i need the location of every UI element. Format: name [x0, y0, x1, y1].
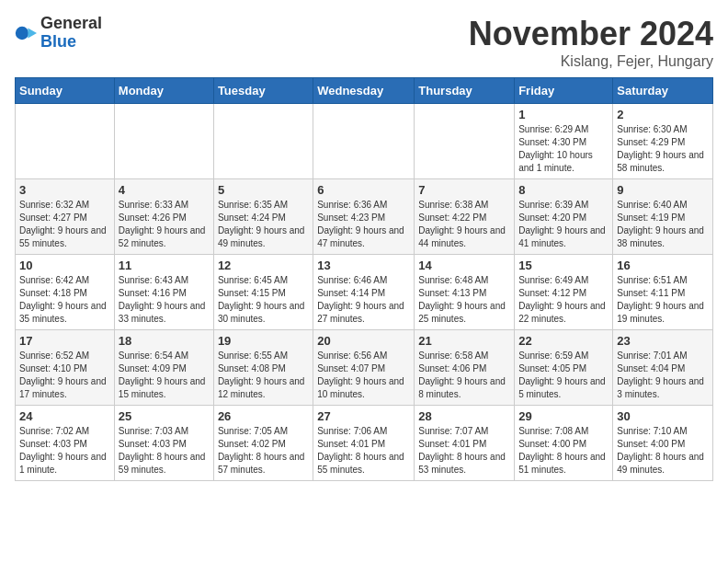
day-number: 18 [119, 334, 210, 348]
day-number: 23 [617, 334, 709, 348]
weekday-header-sunday: Sunday [16, 78, 115, 104]
day-info: Sunrise: 6:36 AM Sunset: 4:23 PM Dayligh… [317, 199, 410, 250]
calendar-week-5: 24Sunrise: 7:02 AM Sunset: 4:03 PM Dayli… [16, 406, 713, 481]
day-number: 16 [617, 259, 709, 272]
day-info: Sunrise: 7:07 AM Sunset: 4:01 PM Dayligh… [418, 425, 510, 477]
day-info: Sunrise: 6:40 AM Sunset: 4:19 PM Dayligh… [617, 199, 709, 250]
calendar-cell: 4Sunrise: 6:33 AM Sunset: 4:26 PM Daylig… [114, 179, 213, 255]
calendar-cell: 6Sunrise: 6:36 AM Sunset: 4:23 PM Daylig… [313, 179, 415, 255]
day-info: Sunrise: 6:54 AM Sunset: 4:09 PM Dayligh… [119, 350, 210, 401]
calendar-cell [114, 104, 213, 179]
calendar-cell: 3Sunrise: 6:32 AM Sunset: 4:27 PM Daylig… [16, 179, 115, 255]
day-number: 30 [617, 409, 709, 423]
calendar-cell: 13Sunrise: 6:46 AM Sunset: 4:14 PM Dayli… [313, 255, 415, 330]
day-info: Sunrise: 6:59 AM Sunset: 4:05 PM Dayligh… [518, 350, 609, 401]
day-number: 6 [317, 183, 410, 197]
calendar-week-3: 10Sunrise: 6:42 AM Sunset: 4:18 PM Dayli… [16, 255, 713, 330]
day-number: 13 [317, 259, 410, 272]
page-header: General Blue November 2024 Kislang, Feje… [15, 15, 713, 70]
calendar-cell: 25Sunrise: 7:03 AM Sunset: 4:03 PM Dayli… [114, 406, 213, 481]
calendar-cell: 24Sunrise: 7:02 AM Sunset: 4:03 PM Dayli… [16, 406, 115, 481]
day-number: 27 [317, 409, 410, 423]
day-info: Sunrise: 6:32 AM Sunset: 4:27 PM Dayligh… [19, 199, 110, 250]
calendar-cell [415, 104, 515, 179]
day-number: 21 [418, 334, 510, 348]
logo-blue: Blue [40, 33, 102, 52]
day-number: 12 [218, 259, 309, 272]
logo: General Blue [15, 15, 102, 52]
calendar-table: SundayMondayTuesdayWednesdayThursdayFrid… [15, 77, 713, 481]
day-number: 10 [19, 259, 110, 272]
day-number: 8 [518, 183, 609, 197]
day-number: 9 [617, 183, 709, 197]
day-info: Sunrise: 6:46 AM Sunset: 4:14 PM Dayligh… [317, 274, 410, 326]
calendar-cell: 12Sunrise: 6:45 AM Sunset: 4:15 PM Dayli… [213, 255, 313, 330]
day-info: Sunrise: 6:38 AM Sunset: 4:22 PM Dayligh… [418, 199, 510, 250]
day-info: Sunrise: 6:58 AM Sunset: 4:06 PM Dayligh… [418, 350, 510, 401]
calendar-header: SundayMondayTuesdayWednesdayThursdayFrid… [16, 78, 713, 104]
day-number: 14 [418, 259, 510, 272]
day-info: Sunrise: 7:08 AM Sunset: 4:00 PM Dayligh… [518, 425, 609, 477]
calendar-cell: 7Sunrise: 6:38 AM Sunset: 4:22 PM Daylig… [415, 179, 515, 255]
day-number: 1 [518, 108, 609, 121]
day-number: 19 [218, 334, 309, 348]
weekday-header-friday: Friday [515, 78, 613, 104]
calendar-cell: 11Sunrise: 6:43 AM Sunset: 4:16 PM Dayli… [114, 255, 213, 330]
calendar-week-4: 17Sunrise: 6:52 AM Sunset: 4:10 PM Dayli… [16, 330, 713, 406]
month-title: November 2024 [469, 15, 713, 53]
day-number: 26 [218, 409, 309, 423]
logo-general: General [40, 15, 102, 33]
logo-text: General Blue [40, 15, 102, 52]
day-number: 20 [317, 334, 410, 348]
day-info: Sunrise: 6:33 AM Sunset: 4:26 PM Dayligh… [119, 199, 210, 250]
calendar-cell: 18Sunrise: 6:54 AM Sunset: 4:09 PM Dayli… [114, 330, 213, 406]
calendar-cell: 20Sunrise: 6:56 AM Sunset: 4:07 PM Dayli… [313, 330, 415, 406]
day-info: Sunrise: 7:10 AM Sunset: 4:00 PM Dayligh… [617, 425, 709, 477]
calendar-cell: 23Sunrise: 7:01 AM Sunset: 4:04 PM Dayli… [613, 330, 713, 406]
svg-point-0 [16, 27, 28, 40]
calendar-cell: 2Sunrise: 6:30 AM Sunset: 4:29 PM Daylig… [613, 104, 713, 179]
calendar-cell: 10Sunrise: 6:42 AM Sunset: 4:18 PM Dayli… [16, 255, 115, 330]
day-info: Sunrise: 6:48 AM Sunset: 4:13 PM Dayligh… [418, 274, 510, 326]
calendar-cell: 26Sunrise: 7:05 AM Sunset: 4:02 PM Dayli… [213, 406, 313, 481]
location: Kislang, Fejer, Hungary [469, 53, 713, 70]
weekday-header-saturday: Saturday [613, 78, 713, 104]
day-info: Sunrise: 6:52 AM Sunset: 4:10 PM Dayligh… [19, 350, 110, 401]
title-section: November 2024 Kislang, Fejer, Hungary [469, 15, 713, 70]
day-number: 24 [19, 409, 110, 423]
calendar-cell [313, 104, 415, 179]
day-number: 15 [518, 259, 609, 272]
calendar-cell: 5Sunrise: 6:35 AM Sunset: 4:24 PM Daylig… [213, 179, 313, 255]
calendar-cell: 15Sunrise: 6:49 AM Sunset: 4:12 PM Dayli… [515, 255, 613, 330]
calendar-cell [213, 104, 313, 179]
calendar-cell: 22Sunrise: 6:59 AM Sunset: 4:05 PM Dayli… [515, 330, 613, 406]
day-number: 25 [119, 409, 210, 423]
calendar-cell [16, 104, 115, 179]
day-info: Sunrise: 6:42 AM Sunset: 4:18 PM Dayligh… [19, 274, 110, 326]
calendar-cell: 28Sunrise: 7:07 AM Sunset: 4:01 PM Dayli… [415, 406, 515, 481]
day-info: Sunrise: 6:45 AM Sunset: 4:15 PM Dayligh… [218, 274, 309, 326]
day-number: 29 [518, 409, 609, 423]
day-number: 7 [418, 183, 510, 197]
day-info: Sunrise: 6:55 AM Sunset: 4:08 PM Dayligh… [218, 350, 309, 401]
day-number: 2 [617, 108, 709, 121]
day-number: 3 [19, 183, 110, 197]
calendar-week-2: 3Sunrise: 6:32 AM Sunset: 4:27 PM Daylig… [16, 179, 713, 255]
calendar-cell: 1Sunrise: 6:29 AM Sunset: 4:30 PM Daylig… [515, 104, 613, 179]
day-info: Sunrise: 6:49 AM Sunset: 4:12 PM Dayligh… [518, 274, 609, 326]
weekday-header-wednesday: Wednesday [313, 78, 415, 104]
logo-icon [15, 22, 37, 44]
day-number: 11 [119, 259, 210, 272]
calendar-cell: 8Sunrise: 6:39 AM Sunset: 4:20 PM Daylig… [515, 179, 613, 255]
day-info: Sunrise: 6:29 AM Sunset: 4:30 PM Dayligh… [518, 123, 609, 175]
day-info: Sunrise: 6:56 AM Sunset: 4:07 PM Dayligh… [317, 350, 410, 401]
day-number: 17 [19, 334, 110, 348]
calendar-cell: 30Sunrise: 7:10 AM Sunset: 4:00 PM Dayli… [613, 406, 713, 481]
svg-marker-1 [28, 28, 37, 38]
day-info: Sunrise: 7:03 AM Sunset: 4:03 PM Dayligh… [119, 425, 210, 477]
calendar-cell: 9Sunrise: 6:40 AM Sunset: 4:19 PM Daylig… [613, 179, 713, 255]
calendar-cell: 21Sunrise: 6:58 AM Sunset: 4:06 PM Dayli… [415, 330, 515, 406]
calendar-week-1: 1Sunrise: 6:29 AM Sunset: 4:30 PM Daylig… [16, 104, 713, 179]
weekday-header-monday: Monday [114, 78, 213, 104]
calendar-cell: 14Sunrise: 6:48 AM Sunset: 4:13 PM Dayli… [415, 255, 515, 330]
